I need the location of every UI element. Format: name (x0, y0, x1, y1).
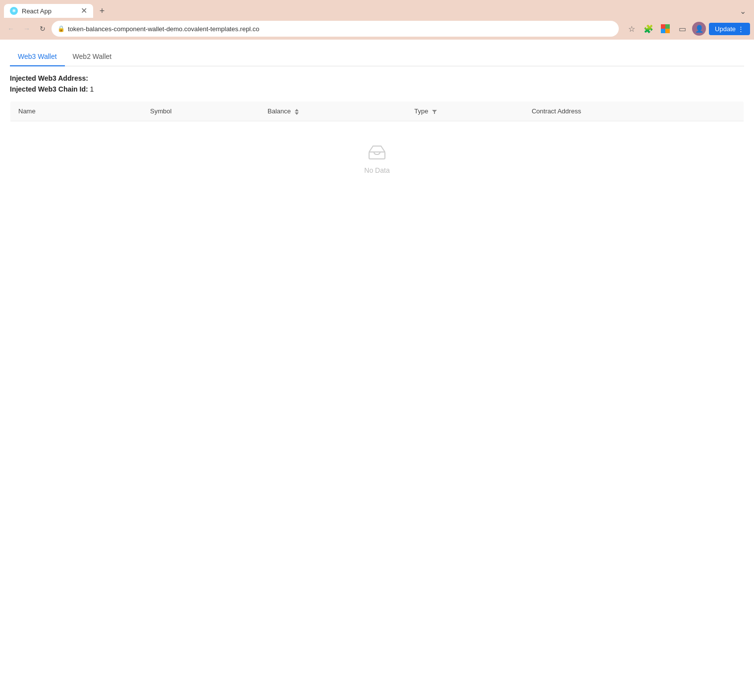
update-button[interactable]: Update ⋮ (709, 23, 750, 35)
empty-state: No Data (10, 121, 744, 194)
col-header-name: Name (10, 101, 143, 121)
tab-bar: ⚛ React App ✕ + ⌄ (0, 0, 754, 18)
svg-rect-4 (369, 152, 385, 159)
injected-chain-value: 1 (90, 85, 94, 93)
tab-title: React App (22, 7, 77, 15)
browser-tab-active[interactable]: ⚛ React App ✕ (4, 4, 93, 18)
table-header-row: Name Symbol Balance Type (10, 101, 744, 121)
empty-state-text: No Data (364, 166, 389, 174)
update-dropdown-arrow: ⋮ (738, 25, 744, 33)
tab-web3-wallet[interactable]: Web3 Wallet (10, 48, 65, 66)
app-tabs: Web3 Wallet Web2 Wallet (10, 48, 744, 66)
col-header-balance[interactable]: Balance (260, 101, 406, 121)
token-balances-table: Name Symbol Balance Type (10, 101, 744, 195)
col-header-contract: Contract Address (524, 101, 744, 121)
col-header-symbol: Symbol (142, 101, 260, 121)
profile-icon[interactable]: 👤 (692, 22, 706, 36)
reload-button[interactable]: ↻ (36, 22, 50, 36)
tab-favicon: ⚛ (10, 7, 18, 15)
wallet-info: Injected Web3 Address: Injected Web3 Cha… (10, 74, 744, 93)
tab-close-button[interactable]: ✕ (81, 7, 87, 15)
forward-button[interactable]: → (20, 22, 34, 36)
tab-dropdown-button[interactable]: ⌄ (736, 4, 750, 18)
svg-rect-2 (661, 29, 665, 33)
balance-sort-icon (295, 109, 299, 115)
extensions-puzzle-icon[interactable]: 🧩 (642, 22, 655, 36)
table-body: No Data (10, 121, 744, 195)
empty-state-cell: No Data (10, 121, 744, 195)
sidebar-icon[interactable]: ▭ (675, 22, 689, 36)
address-bar[interactable]: 🔒 token-balances-component-wallet-demo.c… (52, 21, 619, 37)
page-content: Web3 Wallet Web2 Wallet Injected Web3 Ad… (0, 40, 754, 202)
injected-chain-label: Injected Web3 Chain Id: (10, 85, 88, 93)
table-header: Name Symbol Balance Type (10, 101, 744, 121)
svg-rect-3 (665, 29, 670, 33)
toolbar-icons: ☆ 🧩 ▭ 👤 Update ⋮ (625, 22, 750, 36)
injected-chain-line: Injected Web3 Chain Id: 1 (10, 85, 744, 93)
empty-state-row: No Data (10, 121, 744, 195)
back-button[interactable]: ← (4, 22, 18, 36)
empty-inbox-icon (367, 141, 387, 162)
new-tab-button[interactable]: + (95, 4, 109, 18)
address-bar-row: ← → ↻ 🔒 token-balances-component-wallet-… (0, 18, 754, 40)
injected-address-line: Injected Web3 Address: (10, 74, 744, 82)
tab-web2-wallet[interactable]: Web2 Wallet (65, 48, 120, 66)
col-header-type[interactable]: Type (406, 101, 524, 121)
browser-chrome: ⚛ React App ✕ + ⌄ ← → ↻ 🔒 token-balances… (0, 0, 754, 40)
svg-rect-1 (665, 24, 670, 29)
address-text: token-balances-component-wallet-demo.cov… (68, 25, 613, 33)
svg-rect-0 (661, 24, 665, 29)
injected-address-label: Injected Web3 Address: (10, 74, 88, 82)
lock-icon: 🔒 (57, 25, 65, 32)
bookmark-star-icon[interactable]: ☆ (625, 22, 639, 36)
edge-extensions-icon[interactable] (658, 22, 672, 36)
type-filter-icon (432, 109, 437, 114)
